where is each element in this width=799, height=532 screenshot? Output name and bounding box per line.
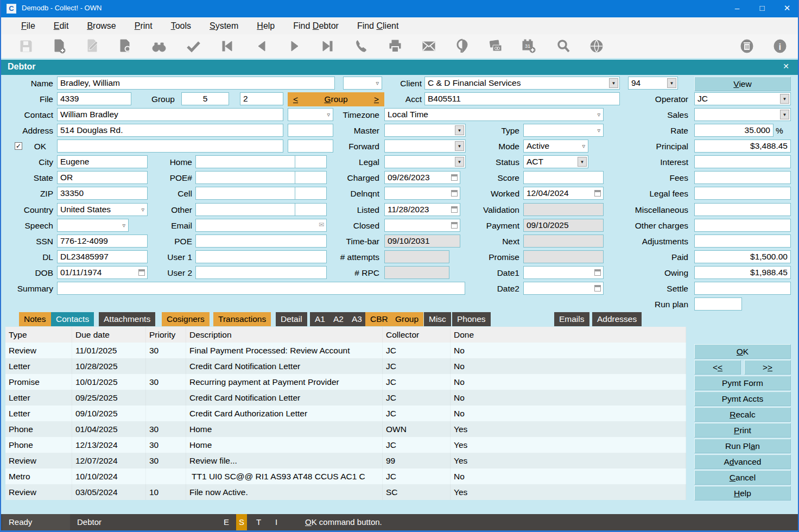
table-row[interactable]: Review12/07/202430Review file...99Yes (5, 453, 686, 468)
col-priority[interactable]: Priority (146, 327, 186, 343)
zip-input[interactable]: 33350 (57, 187, 148, 200)
maximize-button[interactable]: □ (750, 0, 775, 17)
tab-group[interactable]: Group (390, 312, 423, 326)
sales-select[interactable]: ▼ (694, 108, 791, 121)
dob-input[interactable]: 01/11/1974 (57, 266, 148, 279)
next-button[interactable]: >> (744, 360, 791, 375)
fees-input[interactable] (694, 171, 791, 184)
first-record-icon[interactable] (219, 39, 234, 54)
calendar-icon[interactable] (594, 269, 601, 276)
new-document-icon[interactable] (52, 39, 67, 54)
menu-file[interactable]: File (12, 17, 45, 34)
tab-contacts[interactable]: Contacts (51, 312, 94, 326)
client-select[interactable]: C & D Financial Services▼ (424, 77, 620, 90)
dropdown-arrow-icon[interactable]: ▼ (609, 78, 618, 88)
tab-a3[interactable]: A3 (347, 312, 367, 326)
date1-input[interactable] (523, 266, 604, 279)
group-next[interactable]: > (374, 92, 379, 106)
cell-input[interactable] (195, 187, 295, 200)
menu-find-client[interactable]: Find Client (348, 17, 408, 34)
country-select[interactable]: United States▿ (57, 203, 148, 216)
email-input[interactable]: ✉ (195, 219, 327, 232)
preview-document-icon[interactable] (118, 39, 133, 54)
search-icon[interactable] (556, 39, 571, 54)
menu-browse[interactable]: Browse (78, 17, 125, 34)
dropdown-arrow-icon[interactable]: ▼ (780, 110, 789, 119)
recalc-button[interactable]: Recalc (694, 407, 791, 422)
table-row[interactable]: Metro10/10/2024 TT1 UI0 SC@@ RI1 AS93 AT… (5, 468, 686, 484)
file-input[interactable]: 4339 (57, 92, 131, 105)
speech-select[interactable]: ▿ (57, 219, 129, 232)
binoculars-icon[interactable] (151, 39, 167, 54)
type-select[interactable]: ▿ (523, 124, 604, 137)
menu-edit[interactable]: Edit (45, 17, 78, 34)
group2-input[interactable]: 2 (240, 92, 283, 105)
calendar-icon[interactable] (451, 206, 458, 213)
operator-select[interactable]: JC▼ (694, 92, 791, 105)
advanced-button[interactable]: Advanced (694, 454, 791, 469)
dropdown-arrow-icon[interactable]: ▼ (455, 125, 464, 135)
checkmark-icon[interactable] (186, 39, 201, 54)
score-input[interactable] (523, 171, 604, 184)
close-button[interactable]: ✕ (775, 0, 799, 17)
table-row[interactable]: Review11/01/202530Final Payment Processe… (5, 343, 686, 358)
legal-select[interactable]: ▼ (384, 155, 466, 168)
print-button[interactable]: Print (694, 423, 791, 438)
info-icon[interactable]: i (772, 39, 788, 54)
poe-num-ext-input[interactable] (295, 171, 327, 184)
home-input[interactable] (195, 155, 295, 168)
menu-tools[interactable]: Tools (162, 17, 200, 34)
address-input[interactable]: 514 Douglas Rd. (57, 124, 283, 137)
calendar-icon[interactable] (138, 269, 145, 276)
group-button[interactable]: < Group > (288, 92, 384, 106)
settle-input[interactable] (694, 282, 791, 295)
other-charges-input[interactable] (694, 219, 791, 232)
tab-emails[interactable]: Emails (554, 312, 589, 326)
globe-icon[interactable] (589, 39, 604, 54)
tab-attachments[interactable]: Attachments (99, 312, 155, 326)
dropdown-arrow-icon[interactable]: ▼ (667, 78, 676, 88)
ok-button[interactable]: OK (694, 344, 791, 359)
col-type[interactable]: Type (5, 327, 72, 343)
calendar-add-icon[interactable]: 31 (521, 39, 536, 54)
closed-input[interactable] (384, 219, 460, 232)
tab-cbr[interactable]: CBR (365, 312, 393, 326)
minimize-button[interactable]: – (725, 0, 750, 17)
table-row[interactable]: Letter10/28/2025Credit Card Notification… (5, 358, 686, 374)
principal-input[interactable]: $3,488.45 (694, 140, 791, 153)
worked-input[interactable]: 12/04/2024 (523, 187, 604, 200)
dl-input[interactable]: DL23485997 (57, 250, 148, 263)
table-row[interactable]: Promise10/01/202530Recurring payment at … (5, 374, 686, 390)
ok-address-input[interactable] (57, 140, 283, 153)
calendar-icon[interactable] (451, 190, 458, 197)
prev-button[interactable]: << (694, 360, 741, 375)
name-dropdown[interactable]: ▿ (343, 77, 382, 90)
timezone-select[interactable]: Local Time▿ (384, 108, 604, 121)
owing-input[interactable]: $1,988.45 (694, 266, 791, 279)
dropdown-arrow-icon[interactable]: ▼ (455, 141, 464, 151)
rate-input[interactable]: 35.000 (694, 124, 773, 137)
home-ext-input[interactable] (295, 155, 327, 168)
dropdown-arrow-icon[interactable]: ▼ (578, 157, 587, 167)
other-input[interactable] (195, 203, 295, 216)
table-row[interactable]: Phone12/13/202430HomeJCYes (5, 437, 686, 453)
miscellaneous-input[interactable] (694, 203, 791, 216)
tab-a1[interactable]: A1 (310, 312, 330, 326)
table-row[interactable]: Letter09/25/2025Credit Card Notification… (5, 390, 686, 406)
poe-num-input[interactable] (195, 171, 295, 184)
ssn-input[interactable]: 776-12-4099 (57, 235, 148, 248)
help-button[interactable]: Help (694, 486, 791, 501)
acct-input[interactable]: B405511 (424, 92, 620, 105)
forward-select[interactable]: ▼ (384, 140, 466, 153)
tab-a2[interactable]: A2 (328, 312, 348, 326)
calendar-icon[interactable] (594, 190, 601, 197)
poe-input[interactable] (195, 235, 327, 248)
dropdown-arrow-icon[interactable]: ▼ (780, 94, 789, 104)
date2-input[interactable] (523, 282, 604, 295)
tab-transactions[interactable]: Transactions (213, 312, 271, 326)
client-number-select[interactable]: 94▼ (628, 77, 678, 90)
tab-notes[interactable]: Notes (19, 312, 51, 326)
phone-icon[interactable] (354, 39, 369, 54)
panel-close-icon[interactable]: ✕ (783, 62, 789, 71)
tab-misc[interactable]: Misc (424, 312, 451, 326)
